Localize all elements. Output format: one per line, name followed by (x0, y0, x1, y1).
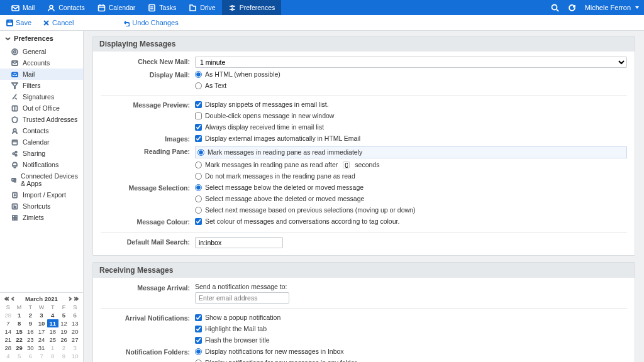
sidebar-item-notifications[interactable]: Notifications (0, 159, 83, 170)
cal-day[interactable]: 26 (58, 336, 70, 344)
cal-day[interactable]: 9 (25, 319, 36, 327)
preview-time-check[interactable] (195, 124, 202, 131)
cal-day[interactable]: 27 (69, 336, 80, 344)
reading-pane-seconds-input[interactable] (343, 162, 350, 168)
cal-day[interactable]: 2 (58, 344, 70, 352)
cal-day[interactable]: 15 (14, 327, 25, 336)
check-new-mail-select[interactable]: 1 minute (195, 57, 627, 68)
sidebar-item-trusted-addresses[interactable]: Trusted Addresses (0, 114, 83, 125)
notif-highlight-check[interactable] (195, 326, 202, 332)
cal-day[interactable]: 7 (3, 319, 14, 327)
cal-day[interactable]: 30 (25, 344, 36, 352)
sidebar-item-accounts[interactable]: Accounts (0, 57, 83, 69)
cal-day[interactable]: 19 (58, 327, 70, 336)
cal-prev-icon[interactable] (11, 297, 15, 301)
cal-day[interactable]: 28 (3, 344, 14, 352)
nav-drive[interactable]: Drive (182, 0, 222, 15)
notif-flash-check[interactable] (195, 337, 202, 344)
images-external-check[interactable] (195, 135, 202, 142)
sidebar-item-sharing[interactable]: Sharing (0, 148, 83, 159)
sidebar-item-filters[interactable]: Filters (0, 80, 83, 91)
preview-snippets-check[interactable] (195, 101, 202, 108)
sidebar-label: Accounts (23, 59, 50, 67)
cal-day[interactable]: 8 (47, 352, 58, 360)
cal-day[interactable]: 31 (36, 344, 47, 352)
nav-mail[interactable]: Mail (5, 0, 41, 15)
cal-day[interactable]: 9 (58, 352, 70, 360)
user-menu[interactable]: Michele Ferron (585, 4, 639, 11)
cal-day[interactable]: 18 (47, 327, 58, 336)
preview-dblclick-check[interactable] (195, 112, 202, 119)
sidebar-item-general[interactable]: General (0, 46, 83, 57)
folders-any-radio[interactable] (195, 359, 202, 362)
sidebar-item-calendar[interactable]: Calendar (0, 136, 83, 148)
sidebar-item-mail[interactable]: Mail (0, 69, 83, 80)
cal-day[interactable]: 7 (36, 352, 47, 360)
undo-button[interactable]: Undo Changes (123, 19, 178, 26)
cal-day[interactable]: 1 (47, 344, 58, 352)
cal-day[interactable]: 8 (14, 319, 25, 327)
refresh-icon[interactable] (568, 4, 576, 12)
cal-day[interactable]: 5 (14, 352, 25, 360)
cal-day[interactable]: 21 (3, 336, 14, 344)
sidebar-header[interactable]: Preferences (0, 31, 83, 46)
selection-below-radio[interactable] (195, 184, 202, 191)
selection-previous-radio[interactable] (195, 207, 202, 214)
arrival-email-input[interactable] (195, 292, 289, 304)
display-mail-text-radio[interactable] (195, 82, 202, 89)
cal-day[interactable]: 6 (25, 352, 36, 360)
cal-day[interactable]: 5 (58, 311, 70, 319)
cal-day[interactable]: 11 (47, 319, 58, 327)
cal-day[interactable]: 13 (69, 319, 80, 327)
sidebar-item-out-of-office[interactable]: Out of Office (0, 102, 83, 114)
selection-above-radio[interactable] (195, 195, 202, 202)
cal-day[interactable]: 16 (25, 327, 36, 336)
search-icon[interactable] (551, 4, 559, 12)
cal-prev-year-icon[interactable] (4, 297, 9, 301)
cal-day[interactable]: 3 (36, 311, 47, 319)
cal-day[interactable]: 10 (69, 352, 80, 360)
sidebar-item-zimlets[interactable]: Zimlets (0, 212, 83, 223)
cal-day[interactable]: 22 (14, 336, 25, 344)
cal-day[interactable]: 2 (25, 311, 36, 319)
sidebar-title: Preferences (14, 35, 53, 42)
sidebar-item-import-export[interactable]: Import / Export (0, 189, 83, 200)
sidebar-item-contacts[interactable]: Contacts (0, 125, 83, 136)
reading-pane-immediate-radio[interactable] (197, 149, 204, 156)
cal-day[interactable]: 17 (36, 327, 47, 336)
nav-calendar[interactable]: Calendar (91, 0, 142, 15)
cal-next-year-icon[interactable] (74, 297, 79, 301)
arrival-text: Send a notification message to: (195, 283, 627, 290)
cal-day[interactable]: 24 (36, 336, 47, 344)
notif-popup-check[interactable] (195, 314, 202, 321)
cal-day[interactable]: 20 (69, 327, 80, 336)
cal-day[interactable]: 4 (47, 311, 58, 319)
cal-day[interactable]: 1 (14, 311, 25, 319)
folders-inbox-radio[interactable] (195, 348, 202, 355)
cal-day[interactable]: 14 (3, 327, 14, 336)
cancel-button[interactable]: Cancel (43, 19, 74, 26)
sidebar-item-shortcuts[interactable]: Shortcuts (0, 200, 83, 212)
cal-day[interactable]: 25 (47, 336, 58, 344)
nav-tasks[interactable]: Tasks (142, 0, 182, 15)
nav-contacts[interactable]: Contacts (41, 0, 91, 15)
cal-day[interactable]: 10 (36, 319, 47, 327)
cal-day[interactable]: 4 (3, 352, 14, 360)
cal-day[interactable]: 3 (69, 344, 80, 352)
tasks-icon (148, 4, 156, 12)
default-search-input[interactable] (195, 237, 283, 248)
reading-pane-never-radio[interactable] (195, 173, 202, 180)
reading-pane-after-radio[interactable] (195, 162, 202, 168)
cal-next-icon[interactable] (68, 297, 72, 301)
save-button[interactable]: Save (6, 19, 31, 26)
cal-day[interactable]: 23 (25, 336, 36, 344)
colour-tag-check[interactable] (195, 218, 202, 225)
display-mail-html-radio[interactable] (195, 71, 202, 78)
cal-day[interactable]: 6 (69, 311, 80, 319)
cal-day[interactable]: 12 (58, 319, 70, 327)
cal-day[interactable]: 28 (3, 311, 14, 319)
nav-preferences[interactable]: Preferences (222, 0, 282, 15)
cal-day[interactable]: 29 (14, 344, 25, 352)
sidebar-item-connected-devices-apps[interactable]: Connected Devices & Apps (0, 170, 83, 189)
sidebar-item-signatures[interactable]: Signatures (0, 91, 83, 102)
